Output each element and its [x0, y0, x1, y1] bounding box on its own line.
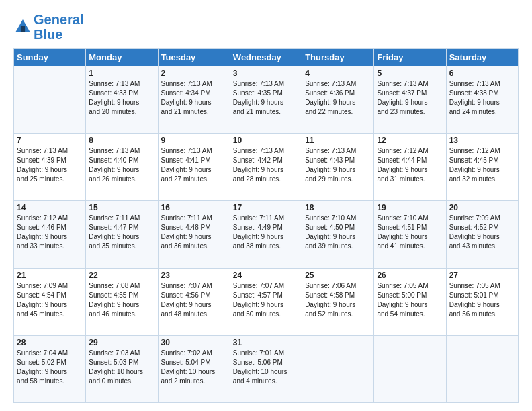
- day-info: Sunrise: 7:13 AMSunset: 4:42 PMDaylight:…: [233, 146, 299, 184]
- calendar-cell: 12Sunrise: 7:12 AMSunset: 4:44 PMDayligh…: [374, 134, 446, 201]
- logo-text: General Blue: [34, 12, 83, 42]
- day-info: Sunrise: 7:09 AMSunset: 4:54 PMDaylight:…: [17, 281, 83, 319]
- calendar-cell: 23Sunrise: 7:07 AMSunset: 4:56 PMDayligh…: [158, 268, 230, 335]
- day-info: Sunrise: 7:02 AMSunset: 5:04 PMDaylight:…: [161, 349, 227, 386]
- calendar-cell: 27Sunrise: 7:05 AMSunset: 5:01 PMDayligh…: [446, 268, 518, 335]
- day-number: 19: [377, 203, 443, 212]
- day-info: Sunrise: 7:13 AMSunset: 4:36 PMDaylight:…: [305, 79, 371, 117]
- day-number: 25: [305, 271, 371, 280]
- calendar-cell: 1Sunrise: 7:13 AMSunset: 4:33 PMDaylight…: [86, 66, 158, 134]
- day-info: Sunrise: 7:10 AMSunset: 4:51 PMDaylight:…: [377, 214, 443, 251]
- calendar-cell: 25Sunrise: 7:06 AMSunset: 4:58 PMDayligh…: [302, 268, 374, 335]
- day-info: Sunrise: 7:05 AMSunset: 5:01 PMDaylight:…: [449, 281, 515, 319]
- day-info: Sunrise: 7:12 AMSunset: 4:46 PMDaylight:…: [17, 214, 83, 251]
- header-day-wednesday: Wednesday: [230, 49, 302, 66]
- calendar-header-row: SundayMondayTuesdayWednesdayThursdayFrid…: [14, 49, 519, 66]
- day-info: Sunrise: 7:01 AMSunset: 5:06 PMDaylight:…: [233, 349, 299, 386]
- day-info: Sunrise: 7:05 AMSunset: 5:00 PMDaylight:…: [377, 281, 443, 319]
- calendar-cell: 24Sunrise: 7:07 AMSunset: 4:57 PMDayligh…: [230, 268, 302, 335]
- day-info: Sunrise: 7:10 AMSunset: 4:50 PMDaylight:…: [305, 214, 371, 251]
- day-number: 3: [233, 68, 299, 78]
- day-number: 14: [17, 203, 83, 212]
- header-day-friday: Friday: [374, 49, 446, 66]
- calendar-cell: 3Sunrise: 7:13 AMSunset: 4:35 PMDaylight…: [230, 66, 302, 134]
- day-number: 18: [305, 203, 371, 212]
- day-info: Sunrise: 7:07 AMSunset: 4:56 PMDaylight:…: [161, 281, 227, 319]
- day-info: Sunrise: 7:07 AMSunset: 4:57 PMDaylight:…: [233, 281, 299, 319]
- calendar-cell: 5Sunrise: 7:13 AMSunset: 4:37 PMDaylight…: [374, 66, 446, 134]
- header-day-saturday: Saturday: [446, 49, 518, 66]
- calendar-cell: 16Sunrise: 7:11 AMSunset: 4:48 PMDayligh…: [158, 201, 230, 268]
- day-number: 2: [161, 68, 227, 78]
- day-info: Sunrise: 7:13 AMSunset: 4:37 PMDaylight:…: [377, 79, 443, 117]
- day-info: Sunrise: 7:13 AMSunset: 4:35 PMDaylight:…: [233, 79, 299, 117]
- day-info: Sunrise: 7:13 AMSunset: 4:34 PMDaylight:…: [161, 79, 227, 117]
- day-number: 21: [17, 271, 83, 280]
- day-number: 24: [233, 271, 299, 280]
- header-day-monday: Monday: [86, 49, 158, 66]
- calendar-page: General Blue SundayMondayTuesdayWednesda…: [0, 0, 532, 411]
- day-number: 23: [161, 271, 227, 280]
- day-number: 5: [377, 68, 443, 78]
- day-number: 30: [161, 338, 227, 347]
- calendar-table: SundayMondayTuesdayWednesdayThursdayFrid…: [13, 48, 519, 403]
- day-info: Sunrise: 7:11 AMSunset: 4:49 PMDaylight:…: [233, 214, 299, 251]
- day-number: 16: [161, 203, 227, 212]
- calendar-cell: [14, 66, 86, 134]
- day-info: Sunrise: 7:08 AMSunset: 4:55 PMDaylight:…: [89, 281, 154, 319]
- day-info: Sunrise: 7:12 AMSunset: 4:45 PMDaylight:…: [449, 146, 515, 184]
- day-info: Sunrise: 7:04 AMSunset: 5:02 PMDaylight:…: [17, 349, 83, 386]
- day-number: 13: [449, 136, 515, 145]
- calendar-cell: 11Sunrise: 7:13 AMSunset: 4:43 PMDayligh…: [302, 134, 374, 201]
- calendar-week-row: 28Sunrise: 7:04 AMSunset: 5:02 PMDayligh…: [14, 335, 519, 402]
- day-info: Sunrise: 7:11 AMSunset: 4:48 PMDaylight:…: [161, 214, 227, 251]
- day-number: 8: [89, 136, 154, 145]
- calendar-cell: 15Sunrise: 7:11 AMSunset: 4:47 PMDayligh…: [86, 201, 158, 268]
- calendar-cell: 30Sunrise: 7:02 AMSunset: 5:04 PMDayligh…: [158, 335, 230, 402]
- day-number: 15: [89, 203, 154, 212]
- logo-icon: [13, 17, 32, 36]
- calendar-cell: 28Sunrise: 7:04 AMSunset: 5:02 PMDayligh…: [14, 335, 86, 402]
- day-number: 9: [161, 136, 227, 145]
- day-number: 31: [233, 338, 299, 347]
- calendar-cell: [302, 335, 374, 402]
- header-day-sunday: Sunday: [14, 49, 86, 66]
- calendar-cell: [446, 335, 518, 402]
- calendar-week-row: 14Sunrise: 7:12 AMSunset: 4:46 PMDayligh…: [14, 201, 519, 268]
- calendar-cell: 17Sunrise: 7:11 AMSunset: 4:49 PMDayligh…: [230, 201, 302, 268]
- header-day-tuesday: Tuesday: [158, 49, 230, 66]
- calendar-cell: 9Sunrise: 7:13 AMSunset: 4:41 PMDaylight…: [158, 134, 230, 201]
- day-number: 26: [377, 271, 443, 280]
- calendar-cell: 7Sunrise: 7:13 AMSunset: 4:39 PMDaylight…: [14, 134, 86, 201]
- calendar-cell: 2Sunrise: 7:13 AMSunset: 4:34 PMDaylight…: [158, 66, 230, 134]
- calendar-body: 1Sunrise: 7:13 AMSunset: 4:33 PMDaylight…: [14, 66, 519, 403]
- calendar-cell: 20Sunrise: 7:09 AMSunset: 4:52 PMDayligh…: [446, 201, 518, 268]
- calendar-cell: 4Sunrise: 7:13 AMSunset: 4:36 PMDaylight…: [302, 66, 374, 134]
- calendar-cell: 13Sunrise: 7:12 AMSunset: 4:45 PMDayligh…: [446, 134, 518, 201]
- day-info: Sunrise: 7:13 AMSunset: 4:38 PMDaylight:…: [449, 79, 515, 117]
- calendar-cell: 8Sunrise: 7:13 AMSunset: 4:40 PMDaylight…: [86, 134, 158, 201]
- day-number: 17: [233, 203, 299, 212]
- day-number: 29: [89, 338, 154, 347]
- calendar-cell: [374, 335, 446, 402]
- day-number: 11: [305, 136, 371, 145]
- day-number: 22: [89, 271, 154, 280]
- day-number: 7: [17, 136, 83, 145]
- calendar-cell: 19Sunrise: 7:10 AMSunset: 4:51 PMDayligh…: [374, 201, 446, 268]
- day-number: 20: [449, 203, 515, 212]
- calendar-week-row: 7Sunrise: 7:13 AMSunset: 4:39 PMDaylight…: [14, 134, 519, 201]
- svg-rect-1: [21, 26, 25, 32]
- calendar-cell: 10Sunrise: 7:13 AMSunset: 4:42 PMDayligh…: [230, 134, 302, 201]
- day-number: 1: [89, 68, 154, 78]
- day-info: Sunrise: 7:09 AMSunset: 4:52 PMDaylight:…: [449, 214, 515, 251]
- day-info: Sunrise: 7:06 AMSunset: 4:58 PMDaylight:…: [305, 281, 371, 319]
- calendar-cell: 26Sunrise: 7:05 AMSunset: 5:00 PMDayligh…: [374, 268, 446, 335]
- calendar-cell: 6Sunrise: 7:13 AMSunset: 4:38 PMDaylight…: [446, 66, 518, 134]
- calendar-week-row: 21Sunrise: 7:09 AMSunset: 4:54 PMDayligh…: [14, 268, 519, 335]
- calendar-cell: 18Sunrise: 7:10 AMSunset: 4:50 PMDayligh…: [302, 201, 374, 268]
- logo: General Blue: [13, 12, 83, 42]
- day-info: Sunrise: 7:03 AMSunset: 5:03 PMDaylight:…: [89, 349, 154, 386]
- day-number: 4: [305, 68, 371, 78]
- day-info: Sunrise: 7:13 AMSunset: 4:40 PMDaylight:…: [89, 146, 154, 184]
- day-info: Sunrise: 7:11 AMSunset: 4:47 PMDaylight:…: [89, 214, 154, 251]
